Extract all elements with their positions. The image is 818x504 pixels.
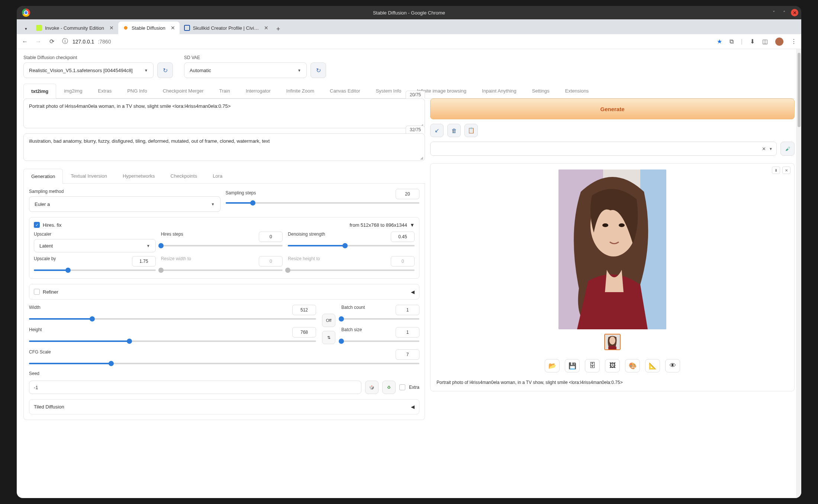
zip-button[interactable]: 🗄: [585, 359, 600, 372]
negative-prompt-input[interactable]: 32/75 illustration, bad anatomy, blurry,…: [23, 133, 425, 161]
back-icon[interactable]: ←: [21, 38, 29, 45]
checkpoint-select[interactable]: Realistic_Vision_V5.1.safetensors [00445…: [23, 62, 154, 78]
edit-styles-button[interactable]: 🖌: [780, 142, 795, 156]
seed-input[interactable]: -1: [29, 381, 361, 394]
download-icon[interactable]: ⬇: [750, 38, 755, 45]
generate-button[interactable]: Generate: [430, 98, 795, 119]
sampling-steps-slider[interactable]: [226, 199, 420, 207]
tab-pnginfo[interactable]: PNG Info: [119, 83, 155, 98]
send-inpaint-button[interactable]: 🎨: [625, 359, 640, 372]
refresh-vae-button[interactable]: ↻: [310, 62, 326, 78]
sidepanel-icon[interactable]: ◫: [762, 38, 768, 45]
save-button[interactable]: 💾: [565, 359, 580, 372]
tab-label: Skullkid Creator Profile | Civi…: [193, 25, 259, 31]
close-tab-icon[interactable]: ✕: [264, 25, 268, 31]
preview-button[interactable]: 👁: [665, 359, 680, 372]
height-input[interactable]: 768: [292, 327, 316, 337]
page-scrollbar[interactable]: [796, 49, 801, 498]
interrupt-button[interactable]: ↙: [430, 124, 444, 137]
window-maximize-icon[interactable]: ˄: [780, 9, 788, 16]
window-close-icon[interactable]: ✕: [791, 9, 798, 16]
dice-button[interactable]: 🎲: [365, 381, 379, 394]
hires-steps-slider[interactable]: [161, 242, 283, 249]
tab-civitai[interactable]: Skullkid Creator Profile | Civi… ✕: [180, 22, 273, 34]
open-folder-button[interactable]: 📂: [545, 359, 560, 372]
subtab-hypernetworks[interactable]: Hypernetworks: [115, 168, 163, 183]
tab-canvas-editor[interactable]: Canvas Editor: [322, 83, 368, 98]
tab-checkpoint-merger[interactable]: Checkpoint Merger: [155, 83, 212, 98]
batch-count-slider[interactable]: [341, 315, 419, 323]
extension-icon[interactable]: ⧉: [730, 38, 734, 45]
cfg-input[interactable]: 7: [396, 349, 419, 360]
denoise-input[interactable]: 0.45: [391, 232, 415, 242]
download-image-icon[interactable]: ⬇: [772, 167, 780, 174]
batch-count-input[interactable]: 1: [396, 305, 419, 315]
tab-extras[interactable]: Extras: [90, 83, 119, 98]
subtab-textual-inversion[interactable]: Textual Inversion: [63, 168, 115, 183]
close-tab-icon[interactable]: ✕: [109, 25, 114, 31]
sdvae-select[interactable]: Automatic ▼: [184, 62, 307, 78]
upscale-by-input[interactable]: 1.75: [132, 256, 156, 266]
resize-w-input[interactable]: 0: [259, 256, 283, 266]
new-tab-button[interactable]: +: [273, 24, 283, 34]
prompt-input[interactable]: 20/75 Portrait photo of l4riss4man0ela w…: [23, 98, 425, 128]
tab-train[interactable]: Train: [212, 83, 238, 98]
refiner-collapse-icon[interactable]: ◀: [411, 289, 415, 295]
tab-txt2img[interactable]: txt2img: [23, 84, 56, 98]
tab-infinite-zoom[interactable]: Infinite Zoom: [278, 83, 322, 98]
site-info-icon[interactable]: ⓘ: [61, 38, 69, 45]
chevron-down-icon: ▼: [144, 68, 148, 72]
resize-handle-icon[interactable]: ◢: [420, 156, 423, 160]
tab-dropdown-icon[interactable]: ▾: [20, 23, 32, 34]
upscale-by-slider[interactable]: [34, 266, 156, 274]
bookmark-star-icon[interactable]: ★: [717, 38, 722, 45]
denoise-slider[interactable]: [288, 242, 415, 249]
hires-fix-checkbox[interactable]: ✓: [34, 222, 40, 228]
tab-stable-diffusion[interactable]: Stable Diffusion ✕: [118, 22, 180, 34]
tab-inpaint-anything[interactable]: Inpaint Anything: [474, 83, 524, 98]
tab-img2img[interactable]: img2img: [56, 83, 90, 98]
window-minimize-icon[interactable]: ˅: [770, 9, 777, 16]
paste-button[interactable]: 📋: [464, 124, 478, 137]
batch-size-slider[interactable]: [341, 337, 419, 345]
address-bar[interactable]: ⓘ 127.0.0.1:7860: [61, 38, 111, 45]
tab-invoke[interactable]: Invoke - Community Edition ✕: [32, 22, 118, 34]
swap-dimensions-button[interactable]: ⇅: [322, 331, 335, 344]
sampling-steps-input[interactable]: 20: [396, 189, 419, 199]
tab-settings[interactable]: Settings: [524, 83, 557, 98]
upscaler-select[interactable]: Latent ▼: [34, 239, 156, 252]
dimension-off-button[interactable]: Off: [322, 314, 335, 327]
clear-prompt-button[interactable]: 🗑: [447, 124, 461, 137]
extra-checkbox[interactable]: [399, 384, 405, 390]
recycle-button[interactable]: ♻: [382, 381, 396, 394]
cfg-slider[interactable]: [29, 360, 419, 367]
subtab-lora[interactable]: Lora: [205, 168, 230, 183]
reload-icon[interactable]: ⟳: [48, 38, 55, 45]
tab-interrogator[interactable]: Interrogator: [238, 83, 278, 98]
tab-system-info[interactable]: System Info: [368, 83, 409, 98]
tiled-collapse-icon[interactable]: ◀: [411, 404, 415, 410]
height-slider[interactable]: [29, 337, 316, 345]
subtab-checkpoints[interactable]: Checkpoints: [163, 168, 205, 183]
refiner-checkbox[interactable]: [34, 289, 40, 295]
tab-extensions[interactable]: Extensions: [557, 83, 597, 98]
resize-w-slider: [161, 266, 283, 274]
width-input[interactable]: 512: [292, 305, 316, 315]
sampling-method-select[interactable]: Euler a ▼: [29, 196, 220, 212]
refresh-checkpoint-button[interactable]: ↻: [157, 62, 173, 78]
forward-icon[interactable]: →: [35, 38, 42, 45]
close-result-icon[interactable]: ✕: [782, 167, 790, 174]
send-img2img-button[interactable]: 🖼: [605, 359, 620, 372]
send-extras-button[interactable]: 📐: [645, 359, 660, 372]
close-tab-icon[interactable]: ✕: [171, 25, 175, 31]
subtab-generation[interactable]: Generation: [23, 169, 63, 184]
width-slider[interactable]: [29, 315, 316, 323]
resize-h-input[interactable]: 0: [391, 256, 415, 266]
hires-steps-input[interactable]: 0: [259, 232, 283, 242]
styles-select[interactable]: ✕▼: [430, 142, 777, 156]
result-image[interactable]: [558, 169, 666, 329]
result-thumbnail[interactable]: [604, 334, 621, 350]
kebab-menu-icon[interactable]: ⋮: [791, 38, 797, 45]
batch-size-input[interactable]: 1: [396, 327, 419, 337]
profile-avatar[interactable]: [775, 38, 783, 46]
